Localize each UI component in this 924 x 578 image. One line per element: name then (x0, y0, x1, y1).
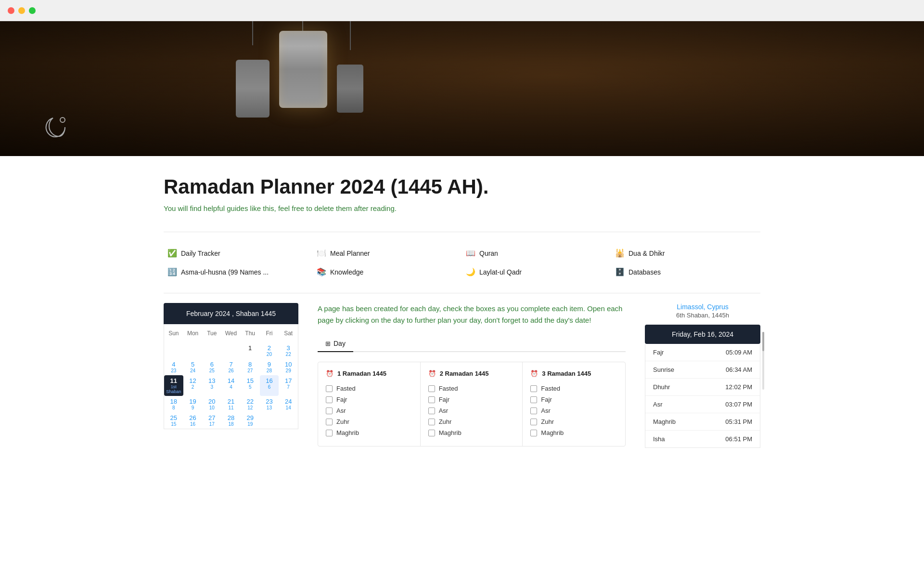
zuhr-checkbox-2[interactable] (428, 419, 435, 425)
page-content: Ramadan Planner 2024 (1445 AH). You will… (125, 156, 799, 467)
prayer-time-isha: 06:51 PM (725, 435, 752, 443)
cal-day-feb7[interactable]: 726 (221, 359, 241, 375)
cal-day-feb4[interactable]: 423 (164, 359, 183, 375)
prayer-name-asr: Asr (653, 401, 663, 408)
zuhr-checkbox-3[interactable] (530, 419, 537, 425)
scroll-thumb[interactable] (762, 332, 764, 351)
weekday-mon: Mon (183, 328, 203, 339)
nav-label-laylat-ul-qadr: Laylat-ul Qadr (479, 268, 522, 276)
prayer-time-maghrib: 05:31 PM (725, 418, 752, 425)
cal-day-feb13[interactable]: 133 (202, 375, 221, 396)
cal-day-feb15[interactable]: 155 (241, 375, 260, 396)
nav-item-daily-tracker[interactable]: ✅ Daily Tracker (164, 246, 313, 261)
lantern-wire-3 (350, 21, 351, 50)
fasted-item-2: Fasted (428, 383, 515, 394)
fajr-checkbox-1[interactable] (326, 396, 333, 403)
day-card-1-header[interactable]: ⏰ 1 Ramadan 1445 (326, 370, 412, 377)
day-card-3-header[interactable]: ⏰ 3 Ramadan 1445 (530, 370, 617, 377)
fajr-checkbox-3[interactable] (530, 396, 537, 403)
close-button[interactable] (8, 7, 14, 14)
check-circle-icon: ✅ (167, 249, 177, 258)
maghrib-checkbox-2[interactable] (428, 430, 435, 436)
maghrib-label-3: Maghrib (541, 429, 564, 436)
cal-day-feb22[interactable]: 2212 (241, 396, 260, 412)
maghrib-checkbox-3[interactable] (530, 430, 537, 436)
center-content: A page has been created for each day, ch… (310, 303, 633, 448)
cal-day-feb12[interactable]: 122 (183, 375, 203, 396)
weekday-sun: Sun (164, 328, 183, 339)
fasted-checkbox-2[interactable] (428, 385, 435, 392)
cal-day-feb3[interactable]: 322 (279, 342, 298, 359)
cal-day-empty-3 (202, 342, 221, 359)
nav-item-knowledge[interactable]: 📚 Knowledge (313, 264, 462, 279)
cal-day-feb5[interactable]: 524 (183, 359, 203, 375)
cal-day-feb2[interactable]: 220 (260, 342, 279, 359)
cal-day-feb29[interactable]: 2919 (241, 412, 260, 429)
nav-item-dua-dhikr[interactable]: 🕌 Dua & Dhikr (611, 246, 760, 261)
cal-day-feb1[interactable]: 1 (241, 342, 260, 359)
view-tabs: ⊞ Day (318, 336, 626, 352)
calendar-weekdays: Sun Mon Tue Wed Thu Fri Sat (164, 324, 298, 342)
scrollbar[interactable] (762, 332, 764, 390)
cal-day-feb20[interactable]: 2010 (202, 396, 221, 412)
cal-day-empty-4 (221, 342, 241, 359)
cal-day-feb19[interactable]: 199 (183, 396, 203, 412)
cal-day-feb21[interactable]: 2111 (221, 396, 241, 412)
nav-item-laylat-ul-qadr[interactable]: 🌙 Laylat-ul Qadr (462, 264, 611, 279)
cal-day-feb28[interactable]: 2818 (221, 412, 241, 429)
cal-day-feb26[interactable]: 2616 (183, 412, 203, 429)
cal-day-feb10[interactable]: 1029 (279, 359, 298, 375)
maghrib-checkbox-1[interactable] (326, 430, 333, 436)
nav-item-meal-planner[interactable]: 🍽️ Meal Planner (313, 246, 462, 261)
cal-day-feb17[interactable]: 177 (279, 375, 298, 396)
maghrib-label-1: Maghrib (336, 429, 359, 436)
day-card-2-header[interactable]: ⏰ 2 Ramadan 1445 (428, 370, 515, 377)
asr-checkbox-1[interactable] (326, 407, 333, 414)
prayer-time-sunrise: 06:34 AM (726, 366, 752, 373)
nav-label-databases: Databases (629, 268, 661, 276)
cal-day-feb27[interactable]: 2717 (202, 412, 221, 429)
maghrib-item-3: Maghrib (530, 427, 617, 438)
cal-day-empty-2 (183, 342, 203, 359)
lantern-wire-2 (252, 21, 253, 45)
cal-day-feb11-today[interactable]: 11 1st Shaban (164, 375, 183, 396)
prayer-widget: Limassol, Cyprus 6th Shaban, 1445h Frida… (645, 303, 760, 448)
cal-day-feb9[interactable]: 928 (260, 359, 279, 375)
cal-day-feb8[interactable]: 827 (241, 359, 260, 375)
tab-day[interactable]: ⊞ Day (318, 336, 353, 352)
nav-item-databases[interactable]: 🗄️ Databases (611, 264, 760, 279)
nav-label-quran: Quran (479, 250, 498, 257)
description-text: A page has been created for each day, ch… (318, 303, 626, 326)
cal-day-feb18[interactable]: 188 (164, 396, 183, 412)
cal-day-feb16-selected[interactable]: 166 (260, 375, 279, 396)
maximize-button[interactable] (29, 7, 36, 14)
cal-day-feb24[interactable]: 2414 (279, 396, 298, 412)
day-card-2: ⏰ 2 Ramadan 1445 Fasted Fajr Asr (421, 362, 523, 446)
fajr-item-1: Fajr (326, 394, 412, 405)
asr-checkbox-2[interactable] (428, 407, 435, 414)
prayer-row-asr: Asr 03:07 PM (645, 396, 760, 413)
cal-day-feb14[interactable]: 144 (221, 375, 241, 396)
fasted-checkbox-1[interactable] (326, 385, 333, 392)
zuhr-checkbox-1[interactable] (326, 419, 333, 425)
nav-item-asma-ul-husna[interactable]: 🔢 Asma-ul-husna (99 Names ... (164, 264, 313, 279)
maghrib-label-2: Maghrib (439, 429, 462, 436)
cal-day-feb25[interactable]: 2515 (164, 412, 183, 429)
fajr-checkbox-2[interactable] (428, 396, 435, 403)
asr-checkbox-3[interactable] (530, 407, 537, 414)
prayer-time-fajr: 05:09 AM (726, 349, 752, 356)
prayer-name-sunrise: Sunrise (653, 366, 674, 373)
lantern-right (337, 65, 363, 113)
fasted-item-3: Fasted (530, 383, 617, 394)
zuhr-label-1: Zuhr (336, 418, 349, 425)
fasted-checkbox-3[interactable] (530, 385, 537, 392)
zuhr-item-1: Zuhr (326, 416, 412, 427)
hero-banner (0, 21, 924, 156)
cal-day-feb23[interactable]: 2313 (260, 396, 279, 412)
nav-item-quran[interactable]: 📖 Quran (462, 246, 611, 261)
alarm-icon-2: ⏰ (428, 370, 436, 377)
mosque-icon: 🕌 (615, 249, 625, 258)
cal-day-empty-6 (279, 412, 298, 429)
minimize-button[interactable] (18, 7, 25, 14)
cal-day-feb6[interactable]: 625 (202, 359, 221, 375)
